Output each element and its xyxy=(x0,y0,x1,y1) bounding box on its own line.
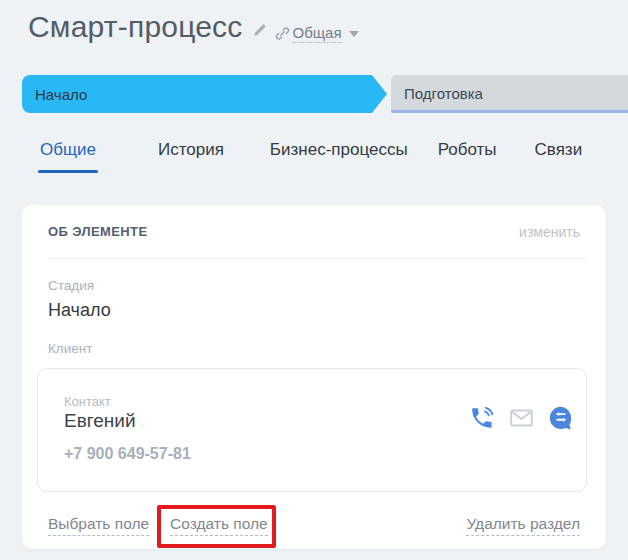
pipeline-selector[interactable]: Общая xyxy=(275,24,358,43)
contact-type-label: Контакт xyxy=(64,394,111,409)
pipeline-label: Общая xyxy=(292,24,341,43)
section-title: ОБ ЭЛЕМЕНТЕ xyxy=(48,224,148,239)
stage-podgotovka[interactable]: Подготовка xyxy=(391,75,628,113)
detail-tabs: Общие История Бизнес-процессы Роботы Свя… xyxy=(40,140,582,173)
stage-field-label: Стадия xyxy=(48,278,94,293)
contact-phone[interactable]: +7 900 649-57-81 xyxy=(64,445,191,463)
client-field-label: Клиент xyxy=(48,341,92,356)
page-header: Смарт-процесс Общая xyxy=(28,10,359,44)
tab-obshchie[interactable]: Общие xyxy=(40,140,96,173)
page-title: Смарт-процесс xyxy=(28,10,242,44)
tab-roboty[interactable]: Роботы xyxy=(438,140,497,173)
contact-name[interactable]: Евгений xyxy=(64,410,136,432)
delete-section-link[interactable]: Удалить раздел xyxy=(466,515,580,536)
stage-label: Начало xyxy=(35,86,87,103)
tab-svyazi[interactable]: Связи xyxy=(535,140,583,173)
contact-actions xyxy=(469,405,574,431)
stage-field-value: Начало xyxy=(48,300,111,321)
edit-title-button[interactable] xyxy=(253,23,267,41)
contact-card: Контакт Евгений +7 900 649-57-81 xyxy=(37,368,587,492)
section-divider xyxy=(48,258,586,259)
envelope-icon[interactable] xyxy=(508,405,535,431)
stage-nachalo[interactable]: Начало xyxy=(22,75,372,113)
smart-process-page: Смарт-процесс Общая Начало Подготовка xyxy=(0,0,628,560)
tab-biznes-protsessy[interactable]: Бизнес-процессы xyxy=(270,140,408,173)
stage-bar: Начало Подготовка xyxy=(22,75,628,113)
create-field-link[interactable]: Создать поле xyxy=(170,515,268,536)
phone-icon[interactable] xyxy=(469,405,495,431)
section-footer: Выбрать поле Создать поле Удалить раздел xyxy=(48,515,580,536)
select-field-link[interactable]: Выбрать поле xyxy=(48,515,149,536)
edit-section-link[interactable]: изменить xyxy=(519,224,580,240)
chat-bubble-icon[interactable] xyxy=(548,405,574,431)
about-element-card: ОБ ЭЛЕМЕНТЕ изменить Стадия Начало Клиен… xyxy=(22,205,606,549)
stage-label: Подготовка xyxy=(404,84,483,101)
chevron-down-icon xyxy=(349,31,359,37)
pencil-icon xyxy=(253,23,267,41)
chain-link-icon xyxy=(275,26,290,41)
tab-istoriya[interactable]: История xyxy=(158,140,224,173)
